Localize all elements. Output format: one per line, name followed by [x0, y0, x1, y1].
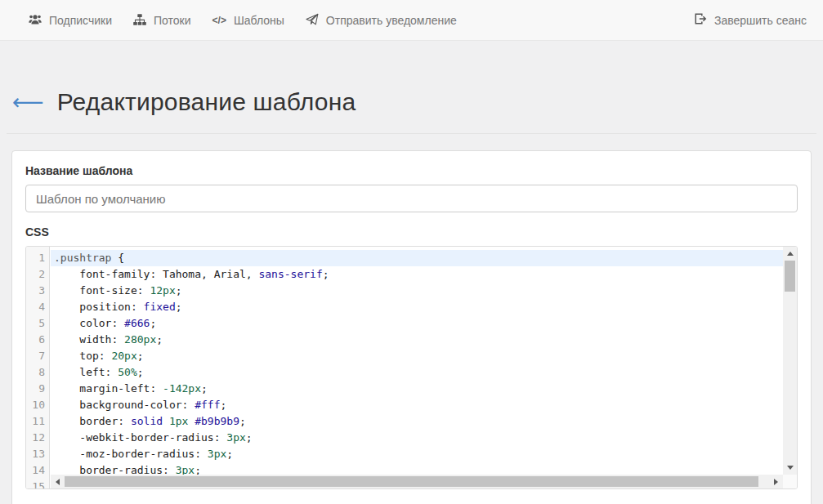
line-number: 12: [26, 430, 49, 446]
line-number: 4: [26, 299, 49, 315]
nav-item-label: Потоки: [154, 14, 191, 27]
code-line[interactable]: position: fixed;: [51, 299, 783, 315]
back-arrow-link[interactable]: ⟵: [12, 90, 44, 114]
arrow-left-icon: [56, 479, 60, 485]
code-line[interactable]: border: solid 1px #b9b9b9;: [51, 413, 783, 430]
arrow-down-icon: [787, 466, 794, 470]
arrow-right-icon: [774, 479, 778, 485]
template-name-input[interactable]: [25, 185, 798, 212]
scroll-right-button[interactable]: [769, 475, 783, 488]
vertical-scrollbar[interactable]: [783, 247, 797, 475]
line-number: 8: [26, 364, 49, 381]
line-number: 11: [26, 413, 49, 430]
css-code-editor[interactable]: 123456789101112131415 .pushtrap { font-f…: [25, 246, 798, 489]
template-edit-card: Название шаблона CSS 1234567891011121314…: [11, 150, 812, 504]
code-line[interactable]: color: #666;: [51, 315, 783, 332]
code-icon: </>: [212, 15, 226, 26]
line-number: 5: [26, 315, 49, 332]
nav-item-label: Шаблоны: [234, 14, 284, 27]
page-title: Редактирование шаблона: [57, 88, 356, 116]
code-line[interactable]: top: 20px;: [51, 348, 783, 364]
code-line[interactable]: -moz-border-radius: 3px;: [51, 446, 783, 462]
editor-gutter: 123456789101112131415: [26, 247, 50, 488]
line-number: 13: [26, 446, 49, 462]
nav-item-logout[interactable]: Завершить сеанс: [683, 0, 807, 41]
nav-item-subscribers[interactable]: Подписчики: [18, 0, 123, 41]
code-line[interactable]: margin-left: -142px;: [51, 381, 783, 397]
line-number: 7: [26, 348, 49, 364]
template-name-label: Название шаблона: [25, 164, 798, 177]
arrow-up-icon: [787, 252, 794, 256]
editor-code[interactable]: .pushtrap { font-family: Tahoma, Arial, …: [51, 247, 783, 488]
code-line[interactable]: .pushtrap {: [51, 250, 783, 266]
navbar-left-group: Подписчики Потоки </> Шаблоны: [18, 0, 467, 40]
nav-item-templates[interactable]: </> Шаблоны: [202, 0, 295, 41]
line-number: 15: [26, 479, 49, 489]
horizontal-scrollbar[interactable]: [51, 475, 783, 488]
line-number: 2: [26, 266, 49, 283]
code-line[interactable]: -webkit-border-radius: 3px;: [51, 430, 783, 446]
nav-item-streams[interactable]: Потоки: [123, 0, 202, 41]
code-line[interactable]: background-color: #fff;: [51, 397, 783, 413]
nav-item-label: Завершить сеанс: [714, 14, 807, 27]
send-icon: [306, 13, 319, 29]
code-line[interactable]: font-family: Tahoma, Arial, sans-serif;: [51, 266, 783, 283]
code-line[interactable]: width: 280px;: [51, 332, 783, 348]
horizontal-scrollbar-thumb[interactable]: [65, 476, 758, 487]
vertical-scrollbar-thumb[interactable]: [785, 261, 795, 292]
nav-item-send-notification[interactable]: Отправить уведомление: [295, 0, 467, 41]
users-icon: [29, 13, 42, 29]
line-number: 6: [26, 332, 49, 348]
line-number: 1: [26, 250, 49, 266]
page-heading: ⟵ Редактирование шаблона: [12, 88, 823, 116]
scroll-up-button[interactable]: [783, 247, 797, 261]
line-number: 14: [26, 462, 49, 479]
sign-out-icon: [694, 12, 707, 28]
scrollbar-corner: [783, 475, 797, 488]
line-number: 10: [26, 397, 49, 413]
heading-divider: [7, 133, 816, 134]
nav-item-label: Подписчики: [49, 14, 112, 27]
css-label: CSS: [25, 225, 798, 239]
code-line[interactable]: left: 50%;: [51, 364, 783, 381]
scroll-down-button[interactable]: [783, 461, 797, 475]
sitemap-icon: [133, 13, 146, 29]
scroll-left-button[interactable]: [51, 475, 65, 488]
code-line[interactable]: font-size: 12px;: [51, 283, 783, 299]
top-navbar: Подписчики Потоки </> Шаблоны: [0, 0, 823, 41]
line-number: 3: [26, 283, 49, 299]
nav-item-label: Отправить уведомление: [326, 14, 457, 27]
line-number: 9: [26, 381, 49, 397]
